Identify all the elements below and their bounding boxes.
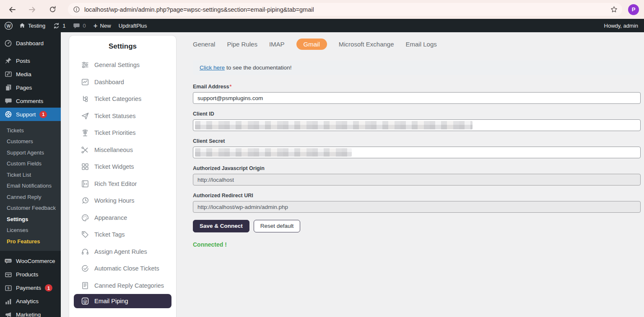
settings-item-rich-text-editor[interactable]: Rich Text Editor	[69, 175, 176, 193]
canned-reply-categories-icon	[81, 281, 89, 290]
settings-item-ticket-priorities[interactable]: Ticket Priorities	[69, 124, 176, 142]
tab-bar: General Pipe Rules IMAP Gmail Microsoft …	[193, 38, 641, 50]
client-secret-group: Client Secret	[193, 138, 641, 158]
sidebar-item-payments[interactable]: $ Payments 1	[0, 281, 61, 295]
submenu-item-ticket-list[interactable]: Ticket List	[0, 169, 61, 180]
settings-item-general-settings[interactable]: General Settings	[69, 57, 176, 74]
bookmark-star-icon[interactable]	[610, 5, 618, 13]
site-menu-item[interactable]: Testing	[19, 22, 45, 29]
submenu-item-canned-reply[interactable]: Canned Reply	[0, 191, 61, 203]
comment-count: 0	[83, 23, 86, 29]
documentation-link[interactable]: Click here	[200, 64, 225, 71]
dashboard-chart-icon	[81, 78, 89, 86]
support-count-badge: 1	[39, 111, 47, 118]
updates-menu-item[interactable]: 1	[53, 22, 65, 29]
submenu-item-support-agents[interactable]: Support Agents	[0, 147, 61, 158]
comments-icon	[4, 97, 12, 105]
rich-text-editor-icon	[81, 180, 89, 188]
updraftplus-menu-item[interactable]: UpdraftPlus	[119, 23, 147, 29]
url-bar[interactable]: localhost/wp-admin/admin.php?page=wpsc-s…	[68, 3, 622, 16]
sidebar-item-dashboard[interactable]: Dashboard	[0, 36, 61, 50]
wp-admin-bar: W Testing 1 0 + New UpdraftPlus	[0, 19, 644, 32]
action-buttons: Save & Connect Reset default	[193, 220, 641, 232]
sidebar-item-marketing[interactable]: Marketing	[0, 308, 61, 317]
sidebar-item-pages[interactable]: Pages	[0, 81, 61, 94]
tab-gmail[interactable]: Gmail	[296, 39, 327, 50]
email-address-input[interactable]	[193, 92, 641, 104]
settings-item-ticket-tags[interactable]: Ticket Tags	[69, 226, 176, 243]
client-secret-label: Client Secret	[193, 138, 641, 144]
dashboard-icon	[4, 39, 12, 47]
documentation-text: to see the documentation!	[226, 64, 291, 71]
site-info-icon[interactable]	[73, 6, 80, 13]
howdy-admin[interactable]: Howdy, admin	[604, 23, 638, 29]
new-menu-item[interactable]: + New	[93, 22, 111, 29]
sidebar-item-woocommerce[interactable]: Woo WooCommerce	[0, 255, 61, 268]
settings-item-canned-reply-categories[interactable]: Canned Reply Categories	[69, 277, 176, 294]
ticket-widgets-icon	[81, 162, 89, 171]
tab-microsoft-exchange[interactable]: Microsoft Exchange	[339, 41, 394, 48]
settings-item-assign-agent-rules[interactable]: Assign Agent Rules	[69, 243, 176, 260]
back-icon[interactable]	[8, 5, 17, 14]
email-address-label: Email Address*	[193, 84, 641, 90]
miscellaneous-icon	[81, 146, 89, 154]
forward-icon[interactable]	[28, 5, 37, 14]
ticket-priorities-icon	[81, 129, 89, 137]
wp-sidebar-menu: Dashboard Posts Media Pages	[0, 32, 61, 317]
settings-item-automatic-close-tickets[interactable]: Automatic Close Tickets	[69, 260, 176, 277]
submenu-item-settings[interactable]: Settings	[0, 214, 61, 225]
submenu-item-email-notifications[interactable]: Email Notifications	[0, 180, 61, 192]
payments-icon: $	[4, 284, 12, 292]
main-panel: General Pipe Rules IMAP Gmail Microsoft …	[184, 32, 644, 317]
plus-icon: +	[93, 22, 98, 29]
sidebar-item-comments[interactable]: Comments	[0, 94, 61, 108]
submenu-item-customers[interactable]: Customers	[0, 136, 61, 147]
ticket-tags-icon	[81, 230, 89, 239]
updraftplus-label: UpdraftPlus	[119, 23, 147, 29]
tab-general[interactable]: General	[193, 41, 215, 48]
tab-imap[interactable]: IMAP	[269, 41, 285, 48]
site-name: Testing	[28, 23, 45, 29]
automatic-close-tickets-icon	[81, 264, 89, 273]
client-id-label: Client ID	[193, 111, 641, 117]
submenu-item-licenses[interactable]: Licenses	[0, 225, 61, 236]
redirect-uri-input[interactable]	[193, 201, 641, 213]
sidebar-item-media[interactable]: Media	[0, 67, 61, 81]
settings-item-appearance[interactable]: Appearance	[69, 209, 176, 227]
settings-item-ticket-categories[interactable]: Ticket Categories	[69, 90, 176, 108]
reload-icon[interactable]	[48, 5, 57, 14]
settings-item-dashboard[interactable]: Dashboard	[69, 74, 176, 91]
save-connect-button[interactable]: Save & Connect	[193, 220, 249, 232]
wordpress-logo-icon[interactable]: W	[4, 21, 13, 30]
settings-item-ticket-widgets[interactable]: Ticket Widgets	[69, 158, 176, 175]
settings-panel: Settings General Settings Dashboard	[69, 36, 176, 317]
new-label: New	[100, 23, 111, 29]
workspace: Dashboard Posts Media Pages	[0, 32, 644, 317]
tab-pipe-rules[interactable]: Pipe Rules	[227, 41, 257, 48]
svg-text:W: W	[7, 23, 11, 28]
submenu-item-custom-fields[interactable]: Custom Fields	[0, 158, 61, 170]
tab-email-logs[interactable]: Email Logs	[406, 41, 437, 48]
settings-item-email-piping[interactable]: @ Email Piping	[74, 294, 171, 308]
settings-item-miscellaneous[interactable]: Miscellaneous	[69, 142, 176, 159]
settings-item-working-hours[interactable]: Working Hours	[69, 192, 176, 209]
sidebar-lower: Woo WooCommerce Products $ Payments 1	[0, 251, 61, 317]
documentation-notice: Click here to see the documentation!	[193, 60, 641, 75]
required-asterisk: *	[229, 84, 231, 90]
submenu-item-customer-feedback[interactable]: Customer Feedback	[0, 203, 61, 214]
submenu-item-pro-features[interactable]: Pro Features	[0, 236, 61, 247]
sidebar-item-support[interactable]: Support 1	[0, 108, 61, 121]
comments-menu-item[interactable]: 0	[73, 22, 86, 29]
sidebar-item-analytics[interactable]: Analytics	[0, 295, 61, 308]
js-origin-input[interactable]	[193, 174, 641, 186]
settings-item-ticket-statuses[interactable]: Ticket Statuses	[69, 108, 176, 125]
profile-avatar[interactable]: P	[628, 4, 639, 15]
sidebar-item-posts[interactable]: Posts	[0, 54, 61, 67]
posts-icon	[4, 57, 12, 65]
reset-default-button[interactable]: Reset default	[254, 220, 301, 232]
submenu-item-tickets[interactable]: Tickets	[0, 125, 61, 136]
url-text[interactable]: localhost/wp-admin/admin.php?page=wpsc-s…	[84, 6, 607, 13]
payments-count-badge: 1	[45, 284, 52, 291]
assign-agent-rules-icon	[81, 247, 89, 256]
sidebar-item-products[interactable]: Products	[0, 268, 61, 281]
